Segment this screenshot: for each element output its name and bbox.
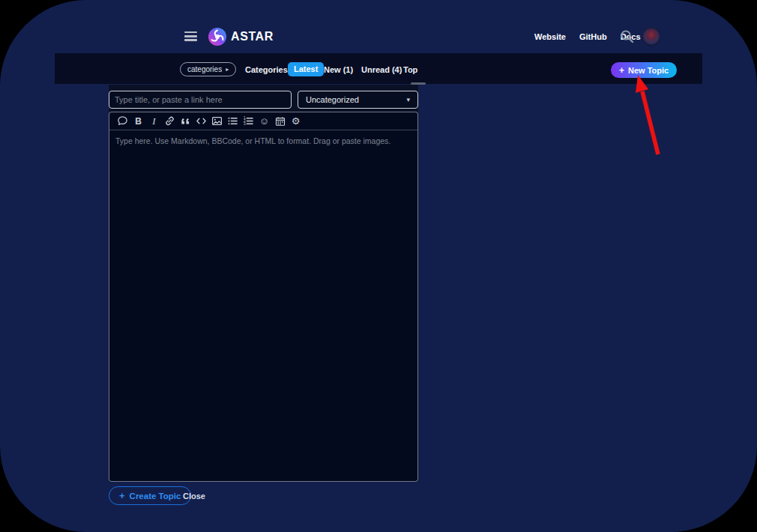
new-topic-button[interactable]: + New Topic (611, 62, 677, 78)
blockquote-icon[interactable] (178, 114, 193, 129)
post-body-textarea[interactable] (109, 130, 417, 480)
astar-logo-icon (208, 27, 227, 46)
site-logo[interactable]: ASTAR (208, 27, 274, 46)
calendar-icon[interactable] (272, 114, 288, 129)
image-icon[interactable] (209, 114, 225, 129)
composer-editor: B I 123 ☺ (109, 112, 418, 482)
header-link-website[interactable]: Website (534, 32, 566, 41)
create-topic-button-label: Create Topic (130, 492, 181, 501)
chevron-down-icon: ▾ (406, 96, 417, 103)
forum-page: ASTAR Website GitHub Docs categories ▸ C… (0, 0, 757, 532)
create-topic-button[interactable]: + Create Topic (109, 486, 191, 505)
bold-icon[interactable]: B (130, 114, 146, 129)
plus-icon: + (119, 490, 125, 501)
categories-dropdown[interactable]: categories ▸ (180, 62, 236, 76)
emoji-icon[interactable]: ☺ (256, 114, 272, 129)
nav-item-top[interactable]: Top (403, 65, 417, 74)
topic-list-navbar: categories ▸ Categories Latest New (1) U… (55, 53, 702, 84)
screenshot-canvas: ASTAR Website GitHub Docs categories ▸ C… (0, 0, 757, 532)
category-select-value: Uncategorized (298, 95, 406, 104)
italic-icon[interactable]: I (146, 114, 162, 129)
link-icon[interactable] (162, 114, 178, 129)
bullet-list-icon[interactable] (225, 114, 241, 129)
site-title: ASTAR (231, 30, 274, 43)
hamburger-menu-icon[interactable] (184, 31, 197, 41)
search-icon[interactable] (620, 29, 635, 44)
comment-icon[interactable] (115, 114, 130, 129)
composer-toolbar: B I 123 ☺ (109, 112, 417, 130)
plus-icon: + (619, 65, 624, 76)
nav-item-categories[interactable]: Categories (245, 65, 288, 74)
composer-grippie[interactable] (411, 82, 426, 85)
category-select[interactable]: Uncategorized ▾ (298, 91, 418, 109)
nav-item-latest[interactable]: Latest (288, 62, 324, 76)
nav-item-new[interactable]: New (1) (324, 65, 353, 74)
code-icon[interactable] (193, 114, 209, 129)
categories-dropdown-label: categories (187, 65, 222, 73)
user-avatar[interactable] (642, 28, 660, 46)
svg-text:3: 3 (244, 122, 246, 126)
nav-item-unread[interactable]: Unread (4) (361, 65, 402, 74)
topic-title-input[interactable] (109, 91, 292, 109)
composer-close-link[interactable]: Close (183, 492, 205, 501)
caret-right-icon: ▸ (226, 66, 229, 73)
gear-icon[interactable]: ⚙ (288, 114, 304, 129)
new-topic-button-label: New Topic (628, 66, 669, 75)
ordered-list-icon[interactable]: 123 (241, 114, 256, 129)
header-link-github[interactable]: GitHub (579, 32, 607, 41)
